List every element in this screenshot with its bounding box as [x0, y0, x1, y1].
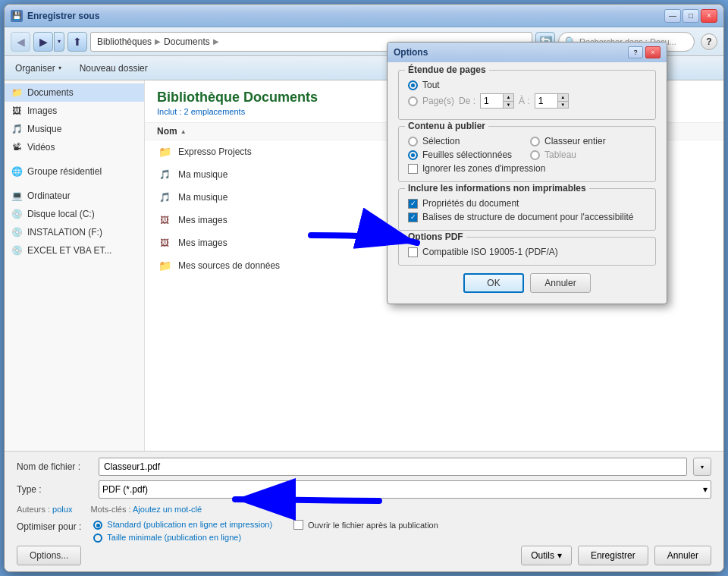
options-dialog: Options ? × Étendue de pages Tout Page(s…: [387, 42, 667, 304]
radio-standard[interactable]: [93, 521, 102, 530]
props-checkbox[interactable]: ✓: [408, 199, 418, 209]
tableau-radio[interactable]: [530, 150, 540, 160]
filetype-value: PDF (*.pdf): [102, 484, 148, 495]
breadcrumb-sep-1: ▶: [155, 37, 161, 46]
authors-value[interactable]: polux: [52, 505, 72, 514]
img-icon-2: 🖼: [157, 235, 172, 250]
sort-label: Nom: [157, 126, 177, 137]
sidebar-item-disk-f[interactable]: 💿 INSTALATION (F:): [5, 223, 144, 241]
maximize-button[interactable]: □: [682, 9, 699, 23]
forward-button[interactable]: ▶: [33, 32, 53, 52]
all-pages-radio[interactable]: [408, 80, 418, 90]
radio-standard-label: Standard (publication en ligne et impres…: [107, 520, 272, 529]
optimize-section: Optimiser pour : Standard (publication e…: [17, 520, 272, 546]
accessibility-checkbox[interactable]: ✓: [408, 212, 418, 222]
pdf-section: Options PDF Compatible ISO 19005-1 (PDF/…: [398, 237, 656, 266]
nav-dropdown[interactable]: ▾: [54, 32, 64, 52]
file-label-mes-images-2: Mes images: [178, 238, 228, 248]
sheets-radio[interactable]: [408, 150, 418, 160]
selection-radio[interactable]: [408, 137, 418, 146]
filename-label: Nom de fichier :: [17, 461, 93, 472]
filetype-select[interactable]: PDF (*.pdf) ▾: [99, 480, 711, 499]
sidebar-item-disk-c[interactable]: 💿 Disque local (C:): [5, 205, 144, 223]
open-after-publish-label: Ouvrir le fichier après la publication: [308, 521, 438, 530]
ignore-print-checkbox[interactable]: [408, 164, 418, 174]
save-button[interactable]: Enregistrer: [578, 546, 648, 565]
sidebar-item-group[interactable]: 🌐 Groupe résidentiel: [5, 162, 144, 181]
a-spin-down[interactable]: ▼: [557, 102, 568, 109]
non-print-title: Inclure les informations non imprimables: [405, 183, 589, 194]
dialog-body: Étendue de pages Tout Page(s) De : 1 ▲: [388, 62, 667, 304]
all-pages-label: Tout: [422, 80, 440, 90]
filename-dropdown[interactable]: ▾: [693, 458, 711, 476]
props-checkmark: ✓: [410, 200, 416, 207]
help-button[interactable]: ?: [701, 33, 717, 50]
cancel-button[interactable]: Annuler: [654, 546, 711, 565]
de-spinner[interactable]: 1 ▲ ▼: [480, 93, 514, 109]
organizer-button[interactable]: Organiser ▾: [11, 61, 66, 75]
sheets-dot: [411, 153, 415, 157]
a-spin-up[interactable]: ▲: [557, 94, 568, 102]
bottom-right-buttons: Outils ▾ Enregistrer Annuler: [521, 546, 711, 565]
dialog-close-button[interactable]: ×: [645, 46, 661, 58]
filename-row: Nom de fichier : ▾: [17, 458, 711, 476]
group-icon: 🌐: [11, 165, 23, 178]
up-button[interactable]: ⬆: [67, 32, 87, 52]
pages-radio[interactable]: [408, 96, 418, 106]
breadcrumb-sep-2: ▶: [213, 37, 219, 46]
file-label-mes-images-1: Mes images: [178, 215, 228, 225]
sidebar-item-music[interactable]: 🎵 Musique: [5, 120, 144, 138]
new-folder-button[interactable]: Nouveau dossier: [75, 61, 152, 75]
de-spin-up[interactable]: ▲: [503, 94, 513, 102]
options-button[interactable]: Options...: [17, 546, 81, 565]
img-icon-1: 🖼: [157, 212, 172, 228]
a-label: À :: [519, 96, 530, 106]
minimize-button[interactable]: —: [664, 9, 681, 23]
tools-chevron-icon: ▾: [557, 550, 562, 561]
sort-header-name[interactable]: Nom ▲: [157, 126, 187, 137]
tools-button[interactable]: Outils ▾: [521, 546, 572, 565]
keywords-field: Mots-clés : Ajoutez un mot-clé: [90, 505, 202, 514]
title-bar: 💾 Enregistrer sous — □ ×: [5, 5, 723, 27]
keywords-label: Mots-clés :: [90, 505, 130, 514]
dialog-title-buttons: ? ×: [628, 46, 661, 58]
sidebar-item-disk-excel[interactable]: 💿 EXCEL ET VBA ET...: [5, 241, 144, 260]
keywords-value[interactable]: Ajoutez un mot-clé: [133, 505, 202, 514]
workbook-radio[interactable]: [530, 137, 540, 146]
props-label: Propriétés du document: [422, 198, 519, 209]
open-after-publish-checkbox[interactable]: [293, 520, 303, 530]
images-icon: 🖼: [11, 105, 23, 117]
radio-minimal[interactable]: [93, 534, 102, 543]
dialog-help-button[interactable]: ?: [628, 46, 643, 58]
pages-label: Page(s): [422, 96, 454, 106]
accessibility-label: Balises de structure de document pour l'…: [422, 212, 633, 222]
a-spinner[interactable]: 1 ▲ ▼: [535, 93, 569, 109]
de-spin-down[interactable]: ▼: [503, 102, 513, 109]
selection-row: Sélection: [405, 136, 527, 146]
a-spin-buttons: ▲ ▼: [557, 94, 568, 108]
iso-checkbox[interactable]: [408, 247, 418, 257]
breadcrumb-documents[interactable]: Documents: [164, 36, 210, 47]
selection-label: Sélection: [422, 136, 460, 146]
sidebar-label-music: Musique: [27, 124, 61, 134]
sheets-row: Feuilles sélectionnées: [405, 150, 527, 160]
dialog-cancel-button[interactable]: Annuler: [530, 273, 591, 293]
back-button[interactable]: ◀: [11, 32, 30, 52]
breadcrumb-libraries[interactable]: Bibliothèques: [97, 36, 152, 47]
sidebar-item-images[interactable]: 🖼 Images: [5, 102, 144, 120]
sidebar-item-documents[interactable]: 📁 Documents: [5, 83, 144, 102]
file-label-ma-musique-1: Ma musique: [178, 169, 228, 180]
meta-row: Auteurs : polux Mots-clés : Ajoutez un m…: [17, 505, 711, 514]
filename-input[interactable]: [99, 458, 687, 476]
sidebar-label-videos: Vidéos: [27, 142, 55, 153]
authors-field: Auteurs : polux: [17, 505, 72, 514]
organizer-chevron: ▾: [58, 65, 61, 71]
folder-icon-sources: 📁: [157, 258, 172, 273]
sidebar-item-videos[interactable]: 📽 Vidéos: [5, 138, 144, 156]
file-label-ma-musique-2: Ma musique: [178, 192, 228, 203]
sidebar-item-computer[interactable]: 💻 Ordinateur: [5, 187, 144, 205]
music-icon: 🎵: [11, 123, 23, 135]
file-label-mes-sources: Mes sources de données: [178, 260, 280, 271]
dialog-ok-button[interactable]: OK: [463, 273, 524, 293]
close-button[interactable]: ×: [701, 9, 717, 23]
